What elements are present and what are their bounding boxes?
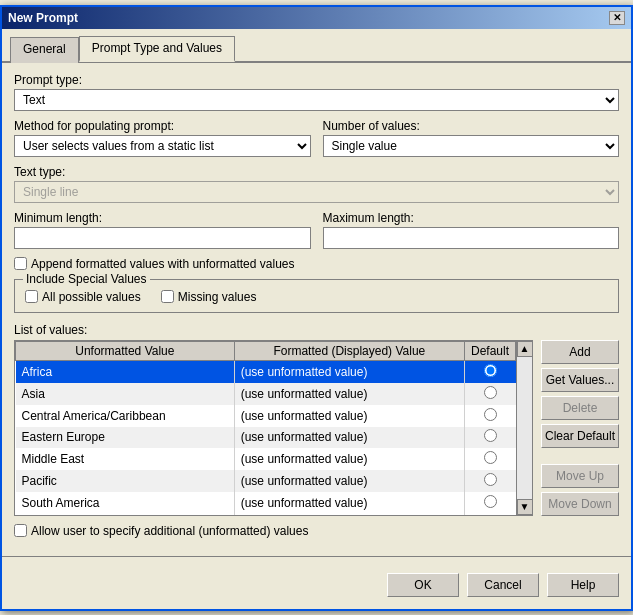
footer: OK Cancel Help [2,565,631,609]
include-special-group: Include Special Values All possible valu… [14,279,619,313]
cell-unformatted: Central America/Caribbean [16,405,235,427]
table-row[interactable]: Central America/Caribbean(use unformatte… [16,405,516,427]
group-legend: Include Special Values [23,272,150,286]
allow-user-row: Allow user to specify additional (unform… [14,524,619,538]
table-row[interactable]: Eastern Europe(use unformatted value) [16,427,516,449]
col-default: Default [464,341,515,360]
num-values-label: Number of values: [323,119,620,133]
scroll-up-arrow[interactable]: ▲ [517,341,533,357]
cell-default[interactable] [464,448,515,470]
tab-content: Prompt type: Text Method for populating … [2,63,631,548]
help-button[interactable]: Help [547,573,619,597]
text-type-select: Single line [14,181,619,203]
ok-button[interactable]: OK [387,573,459,597]
cell-unformatted: South America [16,492,235,514]
cell-formatted: (use unformatted value) [234,405,464,427]
tab-general[interactable]: General [10,37,79,63]
all-possible-checkbox[interactable] [25,290,38,303]
missing-values-checkbox[interactable] [161,290,174,303]
missing-values-row: Missing values [161,290,257,304]
table-row[interactable]: Pacific(use unformatted value) [16,470,516,492]
cell-formatted: (use unformatted value) [234,448,464,470]
table-row[interactable]: Asia(use unformatted value) [16,383,516,405]
close-button[interactable]: ✕ [609,11,625,25]
text-type-label: Text type: [14,165,619,179]
cell-default[interactable] [464,360,515,383]
min-length-input[interactable] [14,227,311,249]
cell-default[interactable] [464,427,515,449]
add-button[interactable]: Add [541,340,619,364]
min-length-label: Minimum length: [14,211,311,225]
col-unformatted: Unformatted Value [16,341,235,360]
max-length-label: Maximum length: [323,211,620,225]
cancel-button[interactable]: Cancel [467,573,539,597]
append-label: Append formatted values with unformatted… [31,257,294,271]
cell-formatted: (use unformatted value) [234,360,464,383]
allow-user-checkbox[interactable] [14,524,27,537]
max-length-input[interactable] [323,227,620,249]
all-possible-label: All possible values [42,290,141,304]
list-area: Unformatted Value Formatted (Displayed) … [14,340,619,516]
cell-unformatted: Asia [16,383,235,405]
cell-unformatted: Pacific [16,470,235,492]
cell-default[interactable] [464,492,515,514]
tab-bar: General Prompt Type and Values [2,29,631,63]
clear-default-button[interactable]: Clear Default [541,424,619,448]
append-checkbox[interactable] [14,257,27,270]
cell-default[interactable] [464,383,515,405]
window-title: New Prompt [8,11,78,25]
cell-formatted: (use unformatted value) [234,470,464,492]
table-row[interactable]: Africa(use unformatted value) [16,360,516,383]
scrollbar[interactable]: ▲ ▼ [516,341,532,515]
values-table: Unformatted Value Formatted (Displayed) … [15,341,516,515]
list-label: List of values: [14,323,619,337]
cell-unformatted: Middle East [16,448,235,470]
missing-values-label: Missing values [178,290,257,304]
cell-default[interactable] [464,470,515,492]
scroll-down-arrow[interactable]: ▼ [517,499,533,515]
col-formatted: Formatted (Displayed) Value [234,341,464,360]
cell-unformatted: Eastern Europe [16,427,235,449]
append-checkbox-row: Append formatted values with unformatted… [14,257,619,271]
scroll-track [517,357,532,499]
delete-button[interactable]: Delete [541,396,619,420]
cell-formatted: (use unformatted value) [234,492,464,514]
tab-prompt-type[interactable]: Prompt Type and Values [79,36,235,62]
table-row[interactable]: Middle East(use unformatted value) [16,448,516,470]
get-values-button[interactable]: Get Values... [541,368,619,392]
method-label: Method for populating prompt: [14,119,311,133]
title-bar: New Prompt ✕ [2,7,631,29]
list-buttons: Add Get Values... Delete Clear Default M… [541,340,619,516]
cell-formatted: (use unformatted value) [234,383,464,405]
all-possible-row: All possible values [25,290,141,304]
prompt-type-label: Prompt type: [14,73,619,87]
table-row[interactable]: South America(use unformatted value) [16,492,516,514]
cell-unformatted: Africa [16,360,235,383]
cell-formatted: (use unformatted value) [234,427,464,449]
num-values-select[interactable]: Single value [323,135,620,157]
move-up-button[interactable]: Move Up [541,464,619,488]
footer-divider [2,556,631,557]
dialog-window: New Prompt ✕ General Prompt Type and Val… [0,5,633,611]
prompt-type-select[interactable]: Text [14,89,619,111]
move-down-button[interactable]: Move Down [541,492,619,516]
method-select[interactable]: User selects values from a static list [14,135,311,157]
allow-user-label: Allow user to specify additional (unform… [31,524,308,538]
cell-default[interactable] [464,405,515,427]
